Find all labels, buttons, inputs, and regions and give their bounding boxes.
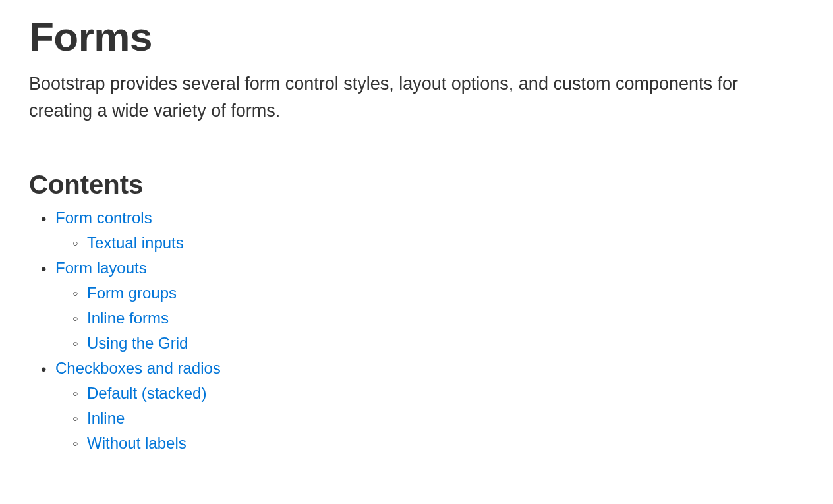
toc-link-form-groups[interactable]: Form groups: [87, 284, 177, 302]
page-lead: Bootstrap provides several form control …: [29, 70, 787, 124]
toc-link-inline-forms[interactable]: Inline forms: [87, 309, 169, 327]
toc-item: Form layouts Form groups Inline forms Us…: [55, 259, 804, 352]
toc-list: Form controls Textual inputs Form layout…: [29, 209, 804, 453]
toc-subitem: Using the Grid: [87, 334, 804, 352]
toc-subitem: Without labels: [87, 434, 804, 453]
toc-item: Form controls Textual inputs: [55, 209, 804, 252]
toc-link-form-layouts[interactable]: Form layouts: [55, 259, 147, 277]
toc-link-without-labels[interactable]: Without labels: [87, 434, 187, 452]
toc-subitem: Inline: [87, 409, 804, 428]
toc-link-inline[interactable]: Inline: [87, 409, 125, 427]
toc-link-form-controls[interactable]: Form controls: [55, 209, 152, 227]
toc-subitem: Form groups: [87, 284, 804, 302]
toc-link-default-stacked[interactable]: Default (stacked): [87, 384, 206, 402]
toc-subitem: Textual inputs: [87, 234, 804, 252]
contents-heading: Contents: [29, 170, 804, 200]
toc-link-checkboxes-and-radios[interactable]: Checkboxes and radios: [55, 359, 221, 377]
toc-item: Checkboxes and radios Default (stacked) …: [55, 359, 804, 453]
toc-sublist: Default (stacked) Inline Without labels: [55, 384, 804, 453]
toc-link-using-the-grid[interactable]: Using the Grid: [87, 334, 188, 352]
toc-sublist: Form groups Inline forms Using the Grid: [55, 284, 804, 352]
toc-link-textual-inputs[interactable]: Textual inputs: [87, 234, 184, 252]
toc-subitem: Default (stacked): [87, 384, 804, 403]
page-title: Forms: [29, 13, 804, 60]
toc-subitem: Inline forms: [87, 309, 804, 327]
toc-sublist: Textual inputs: [55, 234, 804, 252]
